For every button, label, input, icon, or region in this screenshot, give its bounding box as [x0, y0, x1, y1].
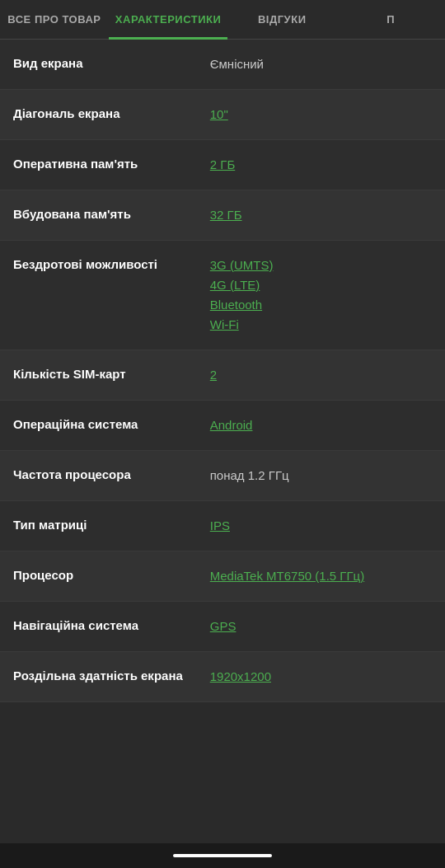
spec-row-cpu: Процесор MediaTek MT6750 (1.5 ГГц)	[0, 551, 445, 602]
spec-value-diagonal[interactable]: 10"	[210, 105, 432, 124]
spec-row-resolution: Роздільна здатність екрана 1920x1200	[0, 652, 445, 702]
spec-value-sim[interactable]: 2	[210, 365, 432, 385]
wireless-link-4g[interactable]: 4G (LTE)	[210, 275, 432, 295]
spec-label-nav: Навігаційна система	[13, 617, 210, 634]
specs-table: Вид екрана Ємнісний Діагональ екрана 10"…	[0, 40, 445, 702]
spec-label-ram: Оперативна пам'ять	[13, 155, 210, 172]
spec-label-wireless: Бездротові можливості	[13, 256, 210, 273]
tab-specs[interactable]: ХАРАКТЕРИСТИКИ	[109, 0, 228, 39]
spec-value-resolution[interactable]: 1920x1200	[210, 667, 432, 687]
spec-row-nav: Навігаційна система GPS	[0, 602, 445, 652]
tab-reviews[interactable]: ВІДГУКИ	[227, 0, 336, 39]
spec-label-cpu-freq: Частота процесора	[13, 466, 210, 483]
spec-value-nav[interactable]: GPS	[210, 617, 432, 636]
spec-row-matrix: Тип матриці IPS	[0, 501, 445, 551]
spec-row-diagonal: Діагональ екрана 10"	[0, 90, 445, 140]
spec-label-sim: Кількість SIM-карт	[13, 365, 210, 382]
spec-value-os[interactable]: Android	[210, 415, 432, 435]
spec-row-wireless: Бездротові можливості 3G (UMTS) 4G (LTE)…	[0, 241, 445, 350]
spec-row-os: Операційна система Android	[0, 401, 445, 451]
spec-row-sim: Кількість SIM-карт 2	[0, 350, 445, 401]
spec-label-storage: Вбудована пам'ять	[13, 205, 210, 223]
spec-row-cpu-freq: Частота процесора понад 1.2 ГГц	[0, 451, 445, 501]
spec-value-storage[interactable]: 32 ГБ	[210, 205, 432, 225]
spec-value-wireless: 3G (UMTS) 4G (LTE) Bluetooth Wi-Fi	[210, 256, 432, 335]
spec-label-display-type: Вид екрана	[13, 54, 210, 72]
spec-row-display-type: Вид екрана Ємнісний	[0, 40, 445, 90]
wireless-link-bluetooth[interactable]: Bluetooth	[210, 295, 432, 315]
bottom-bar	[0, 843, 445, 868]
wireless-link-3g[interactable]: 3G (UMTS)	[210, 256, 432, 275]
spec-row-storage: Вбудована пам'ять 32 ГБ	[0, 190, 445, 241]
spec-label-os: Операційна система	[13, 415, 210, 433]
spec-value-ram[interactable]: 2 ГБ	[210, 155, 432, 175]
spec-value-display-type: Ємнісний	[210, 54, 432, 74]
spec-label-resolution: Роздільна здатність екрана	[13, 667, 210, 684]
tab-more[interactable]: П	[336, 0, 445, 39]
spec-value-cpu[interactable]: MediaTek MT6750 (1.5 ГГц)	[210, 566, 432, 586]
tabs-header: ВСЕ ПРО ТОВАР ХАРАКТЕРИСТИКИ ВІДГУКИ П	[0, 0, 445, 40]
spec-label-cpu: Процесор	[13, 566, 210, 584]
spec-value-matrix[interactable]: IPS	[210, 516, 432, 536]
home-indicator	[173, 854, 272, 857]
spec-label-matrix: Тип матриці	[13, 516, 210, 533]
spec-label-diagonal: Діагональ екрана	[13, 105, 210, 122]
wireless-link-wifi[interactable]: Wi-Fi	[210, 315, 432, 335]
spec-row-ram: Оперативна пам'ять 2 ГБ	[0, 140, 445, 190]
tab-all[interactable]: ВСЕ ПРО ТОВАР	[0, 0, 109, 39]
spec-value-cpu-freq: понад 1.2 ГГц	[210, 466, 432, 486]
